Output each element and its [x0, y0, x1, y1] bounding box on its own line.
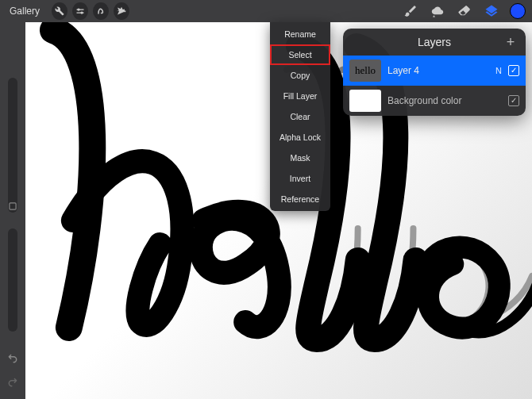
layers-panel-title: Layers: [365, 36, 503, 48]
gallery-button[interactable]: Gallery: [0, 6, 49, 17]
ctx-select[interactable]: Select: [270, 44, 330, 65]
layers-icon[interactable]: [478, 1, 505, 21]
redo-button[interactable]: [5, 374, 21, 389]
color-swatch[interactable]: [510, 3, 526, 19]
layer-context-menu: Rename Select Copy Fill Layer Clear Alph…: [270, 22, 330, 211]
layer-thumbnail: hello: [349, 59, 381, 82]
top-toolbar: Gallery: [0, 0, 532, 22]
svg-point-0: [78, 9, 79, 10]
layer-thumbnail: [349, 90, 381, 112]
undo-button[interactable]: [5, 350, 21, 366]
ctx-invert[interactable]: Invert: [270, 168, 330, 189]
ctx-mask[interactable]: Mask: [270, 148, 330, 168]
ctx-reference[interactable]: Reference: [270, 189, 330, 209]
layer-visibility-checkbox[interactable]: [508, 65, 519, 76]
svg-point-1: [81, 12, 83, 13]
ctx-rename[interactable]: Rename: [270, 24, 330, 44]
sidebar: [0, 22, 25, 399]
layer-row[interactable]: Background color: [343, 86, 526, 116]
ctx-fill-layer[interactable]: Fill Layer: [270, 86, 330, 106]
sidebar-modify-button[interactable]: [5, 198, 21, 214]
brush-size-slider[interactable]: [8, 78, 17, 213]
ctx-copy[interactable]: Copy: [270, 65, 330, 86]
layer-name: Layer 4: [387, 65, 489, 76]
smudge-icon[interactable]: [424, 1, 451, 21]
layer-name: Background color: [387, 95, 502, 106]
brush-icon[interactable]: [397, 1, 424, 21]
brush-opacity-slider[interactable]: [8, 228, 17, 332]
layer-blend-mode[interactable]: N: [495, 66, 502, 75]
eraser-icon[interactable]: [451, 1, 478, 21]
actions-icon[interactable]: [70, 1, 91, 21]
layer-row[interactable]: hello Layer 4 N: [343, 56, 526, 86]
layer-visibility-checkbox[interactable]: [508, 95, 519, 106]
layers-panel: Layers + hello Layer 4 N Background colo…: [343, 29, 526, 116]
transform-icon[interactable]: [111, 1, 132, 21]
svg-rect-2: [10, 203, 16, 209]
add-layer-button[interactable]: +: [503, 36, 518, 48]
ctx-alpha-lock[interactable]: Alpha Lock: [270, 127, 330, 148]
selection-icon[interactable]: [91, 1, 111, 21]
ctx-clear[interactable]: Clear: [270, 106, 330, 127]
adjustments-icon[interactable]: [49, 1, 70, 21]
